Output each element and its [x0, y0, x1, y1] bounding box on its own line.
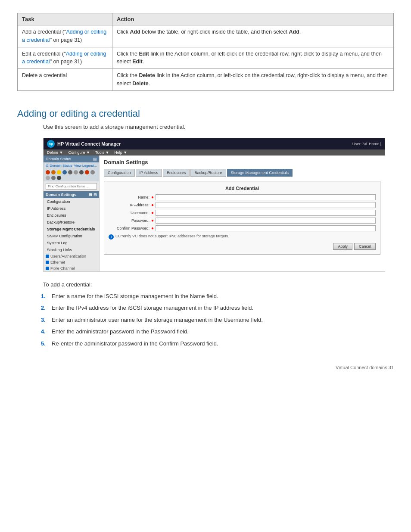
tab-storage-mgmt[interactable]: Storage Management Credentials	[227, 169, 293, 177]
group-expand-icon	[46, 255, 49, 258]
sidebar-item-storage-mgmt[interactable]: Storage Mgmt Credentials	[44, 226, 99, 233]
form-row-password: Password: ●	[109, 218, 376, 224]
required-indicator-confirm: ●	[151, 226, 154, 230]
task-table: Task Action Add a credential ("Adding or…	[17, 13, 394, 91]
table-row: Delete a credential Click the Delete lin…	[18, 69, 394, 91]
required-indicator-ip: ●	[151, 202, 154, 207]
instructions-heading: To add a credential:	[17, 281, 394, 288]
status-icon-red2	[85, 170, 89, 174]
step-text-2: Enter the IPv4 address for the iSCSI sto…	[52, 305, 253, 311]
domain-status-label: Domain Status	[46, 157, 71, 161]
step-number-4: 4.	[41, 327, 46, 336]
table-row: Add a credential ("Adding or editing a c…	[18, 25, 394, 47]
toolbar-define[interactable]: Define ▼	[47, 150, 63, 155]
sidebar-item-snmp[interactable]: SNMP Configuration	[44, 233, 99, 240]
apply-button[interactable]: Apply	[333, 243, 352, 250]
header-home: Home |	[369, 142, 381, 146]
table-cell-task-add: Add a credential ("Adding or editing a c…	[18, 25, 112, 47]
sidebar-search[interactable]: Find Configuration Items...	[46, 183, 97, 190]
tab-backup-restore[interactable]: Backup/Restore	[190, 169, 226, 177]
status-icon-orange	[51, 170, 56, 174]
sidebar-item-backup-restore[interactable]: Backup/Restore	[44, 219, 99, 226]
table-header-action: Action	[112, 13, 394, 25]
table-row: Edit a credential ("Adding or editing a …	[18, 47, 394, 69]
sidebar-expand-icons[interactable]: ⊞ ⊟	[89, 193, 97, 197]
vc-header: hp HP Virtual Connect Manager User: Ad H…	[44, 138, 385, 149]
add-credential-link[interactable]: Adding or editing a credential	[22, 29, 106, 43]
vc-header-right: User: Ad Home |	[352, 142, 381, 146]
username-input[interactable]	[156, 210, 376, 216]
sidebar-collapse-icon[interactable]: ▤	[93, 157, 97, 161]
password-input[interactable]	[156, 218, 376, 224]
form-row-name: Name: ●	[109, 194, 376, 200]
table-cell-task-delete: Delete a credential	[18, 69, 112, 91]
add-credential-title: Add Credential	[109, 186, 376, 191]
sidebar-nav-links: ⊙ Domain Status View Legend...	[44, 162, 99, 169]
vc-title: HP Virtual Connect Manager	[57, 141, 121, 146]
status-icon-dark2	[57, 176, 61, 180]
table-cell-action-edit: Click the Edit link in the Action column…	[112, 47, 394, 69]
sidebar-item-configuration[interactable]: Configuration	[44, 198, 99, 205]
instruction-list: 1. Enter a name for the iSCSI storage ma…	[17, 292, 394, 348]
tab-ip-address[interactable]: IP Address	[136, 169, 162, 177]
sidebar-item-system-log[interactable]: System Log	[44, 240, 99, 246]
form-label-name: Name:	[109, 195, 149, 199]
sidebar-group-users[interactable]: Users/Authentication	[44, 253, 99, 259]
step-text-1: Enter a name for the iSCSI storage manag…	[52, 293, 218, 299]
info-note: i Currently VC does not support IPv6 add…	[109, 234, 376, 240]
tabs-row: Configuration IP Address Enclosures Back…	[104, 169, 380, 177]
ip-address-input[interactable]	[156, 202, 376, 208]
list-item: 2. Enter the IPv4 address for the iSCSI …	[52, 304, 394, 312]
sidebar-group-fibre[interactable]: Fibre Channel	[44, 265, 99, 271]
status-icon-gray1	[68, 170, 72, 174]
confirm-password-input[interactable]	[156, 225, 376, 231]
sidebar-item-enclosures[interactable]: Enclosures	[44, 212, 99, 219]
form-label-password: Password:	[109, 218, 149, 223]
cancel-button[interactable]: Cancel	[354, 243, 376, 250]
sidebar-icons	[44, 169, 99, 181]
step-text-4: Enter the administrator password in the …	[52, 328, 189, 335]
table-header-task: Task	[18, 13, 112, 25]
sidebar-group-ethernet[interactable]: Ethernet	[44, 259, 99, 265]
toolbar-help[interactable]: Help ▼	[114, 150, 127, 155]
required-indicator-name: ●	[151, 195, 154, 199]
step-number-1: 1.	[41, 292, 46, 301]
status-icon-red	[46, 170, 50, 174]
sidebar-domain-status-header: Domain Status ▤	[44, 156, 99, 162]
name-input[interactable]	[156, 194, 376, 200]
required-indicator-username: ●	[151, 210, 154, 215]
form-buttons: Apply Cancel	[109, 243, 376, 250]
list-item: 5. Re-enter the administrator password i…	[52, 339, 394, 348]
screenshot-container: hp HP Virtual Connect Manager User: Ad H…	[43, 138, 385, 272]
sidebar-item-stacking[interactable]: Stacking Links	[44, 246, 99, 253]
status-icon-gray5	[51, 176, 56, 180]
vc-header-left: hp HP Virtual Connect Manager	[47, 140, 121, 148]
table-cell-action-add: Click Add below the table, or right-clic…	[112, 25, 394, 47]
group-expand-icon-fc	[46, 267, 49, 270]
status-icon-blue	[62, 170, 67, 174]
step-text-3: Enter an administrator user name for the…	[52, 317, 263, 323]
hp-logo: hp	[47, 140, 55, 148]
sidebar-item-ip-address[interactable]: IP Address	[44, 205, 99, 212]
step-text-5: Re-enter the administrator password in t…	[52, 340, 218, 347]
tab-enclosures[interactable]: Enclosures	[163, 169, 190, 177]
step-number-3: 3.	[41, 316, 46, 324]
view-legend-link[interactable]: View Legend...	[74, 164, 97, 168]
form-row-username: Username: ●	[109, 210, 376, 216]
list-item: 4. Enter the administrator password in t…	[52, 327, 394, 336]
form-row-confirm-password: Confirm Password: ●	[109, 225, 376, 231]
step-number-2: 2.	[41, 304, 46, 312]
domain-status-link[interactable]: ⊙ Domain Status	[46, 164, 72, 168]
table-cell-action-delete: Click the Delete link in the Action colu…	[112, 69, 394, 91]
edit-credential-link[interactable]: Adding or editing a credential	[22, 51, 106, 65]
info-note-text: Currently VC does not support IPv6 addre…	[115, 234, 229, 238]
toolbar-tools[interactable]: Tools ▼	[95, 150, 109, 155]
domain-settings-title: Domain Settings	[104, 159, 380, 165]
form-label-ip: IP Address:	[109, 203, 149, 207]
tab-configuration[interactable]: Configuration	[104, 169, 135, 177]
section-heading: Adding or editing a credential	[17, 108, 394, 119]
vc-toolbar[interactable]: Define ▼ Configure ▼ Tools ▼ Help ▼	[44, 149, 385, 156]
required-indicator-password: ●	[151, 218, 154, 223]
toolbar-configure[interactable]: Configure ▼	[68, 150, 90, 155]
status-icon-yellow	[57, 170, 61, 174]
